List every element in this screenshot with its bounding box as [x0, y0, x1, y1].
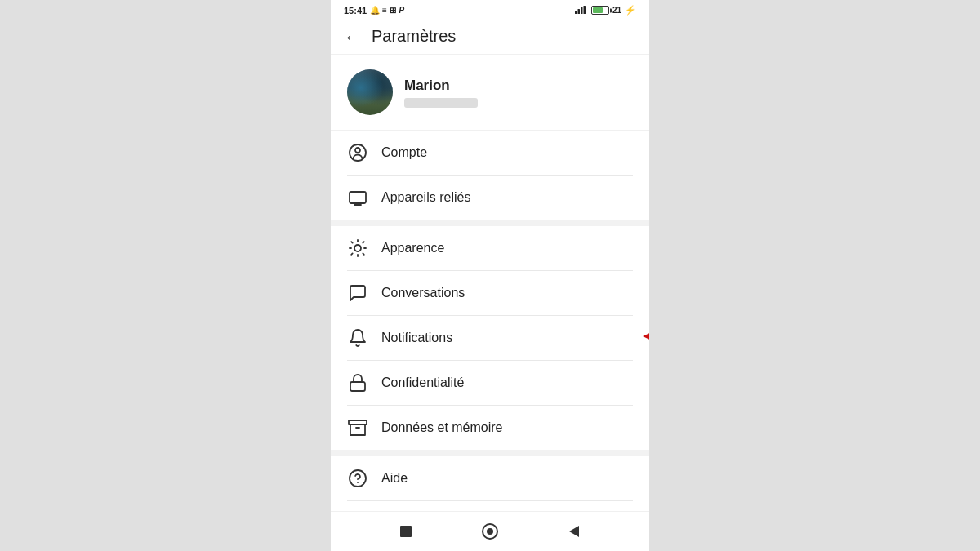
avatar: [347, 69, 393, 115]
nav-circle-button[interactable]: [479, 520, 501, 543]
status-right: 21 ⚡: [575, 5, 636, 16]
status-left: 15:41 🔔 ≡ ⊞ P: [344, 6, 404, 16]
svg-rect-20: [349, 420, 367, 424]
svg-rect-0: [575, 11, 577, 14]
chat-icon: [347, 282, 368, 304]
status-bar: 15:41 🔔 ≡ ⊞ P 21 ⚡: [331, 0, 649, 19]
profile-subtitle: [404, 98, 478, 108]
header: ← Paramètres: [331, 19, 649, 55]
paytm-icon: P: [399, 6, 405, 15]
svg-rect-19: [350, 382, 365, 391]
lock-icon: [347, 372, 368, 393]
help-circle-icon: [347, 468, 368, 489]
svg-rect-2: [581, 7, 583, 14]
menu-item-aide[interactable]: Aide: [331, 456, 649, 500]
svg-rect-1: [577, 9, 580, 14]
phone-frame: 15:41 🔔 ≡ ⊞ P 21 ⚡ ← Paramètres: [331, 0, 649, 551]
signal-icon: [575, 5, 588, 16]
menu-item-confidentialite[interactable]: Confidentialité: [331, 361, 649, 405]
archive-icon: [347, 417, 368, 438]
battery-icon: [591, 6, 609, 15]
section-divider-1: [331, 220, 649, 226]
menu-label-apparence: Apparence: [381, 241, 633, 256]
user-circle-icon: [347, 142, 368, 163]
menu-label-appareils: Appareils reliés: [381, 190, 633, 205]
monitor-icon: [347, 187, 368, 208]
svg-marker-18: [643, 322, 649, 351]
menu-label-confidentialite: Confidentialité: [381, 375, 633, 390]
menu-label-aide: Aide: [381, 471, 633, 486]
profile-info: Marion: [404, 78, 478, 108]
menu-item-appareils[interactable]: Appareils reliés: [331, 176, 649, 220]
nav-square-button[interactable]: [394, 520, 417, 543]
svg-point-9: [354, 245, 361, 251]
menu-label-notifications: Notifications: [381, 331, 633, 345]
svg-line-13: [363, 253, 363, 254]
svg-point-28: [487, 528, 493, 535]
charging-icon: ⚡: [625, 5, 636, 16]
menu-section-3: Aide Invitez vos amis: [331, 456, 649, 511]
sun-icon: [347, 238, 368, 259]
menu-label-donnees: Données et mémoire: [381, 420, 633, 435]
svg-rect-26: [400, 526, 412, 537]
profile-section[interactable]: Marion: [331, 55, 649, 131]
nav-back-button[interactable]: [563, 520, 586, 543]
menu-item-apparence[interactable]: Apparence: [331, 226, 649, 270]
section-divider-2: [331, 450, 649, 456]
bottom-nav: [331, 511, 649, 551]
menu-item-conversations[interactable]: Conversations: [331, 271, 649, 315]
profile-name: Marion: [404, 78, 478, 94]
svg-line-12: [351, 242, 352, 242]
battery-percent: 21: [612, 6, 621, 15]
notification-icons: 🔔 ≡ ⊞: [370, 6, 395, 15]
svg-line-17: [363, 242, 363, 242]
svg-rect-3: [583, 6, 586, 14]
time: 15:41: [344, 6, 367, 16]
menu-item-compte[interactable]: Compte: [331, 131, 649, 175]
bell-icon: [347, 327, 368, 349]
svg-point-22: [350, 470, 366, 487]
svg-point-5: [355, 148, 360, 153]
menu-label-compte: Compte: [381, 145, 633, 160]
menu-item-donnees[interactable]: Données et mémoire: [331, 406, 649, 450]
menu-item-inviter[interactable]: Invitez vos amis: [331, 501, 649, 511]
menu-label-conversations: Conversations: [381, 286, 633, 300]
scroll-content: Marion Compte: [331, 55, 649, 511]
svg-line-16: [351, 253, 352, 254]
menu-section-1: Compte Appareils reliés: [331, 131, 649, 220]
menu-section-2: Apparence Conversations: [331, 226, 649, 450]
menu-item-notifications[interactable]: Notifications: [331, 316, 649, 360]
page-title: Paramètres: [372, 27, 456, 46]
svg-marker-29: [569, 526, 579, 537]
back-button[interactable]: ←: [344, 29, 360, 45]
svg-rect-6: [350, 192, 366, 203]
